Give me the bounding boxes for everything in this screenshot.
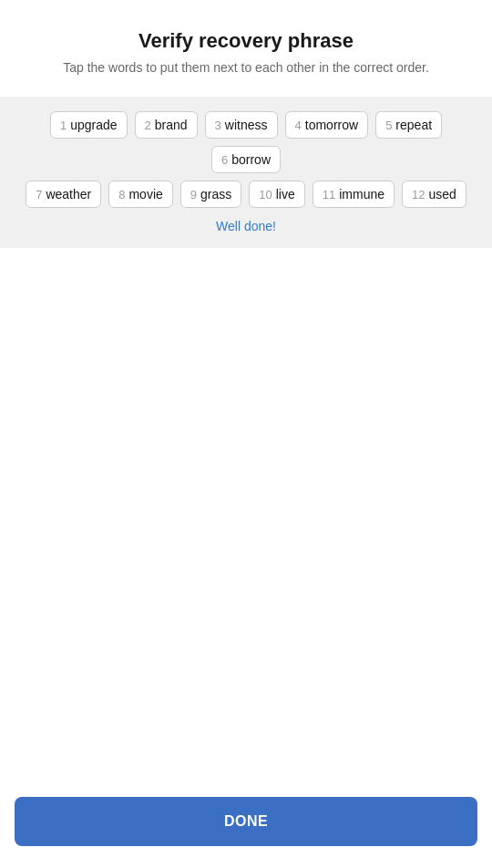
word-text: immune [339,187,384,202]
word-chip[interactable]: 7weather [26,181,101,208]
word-number: 6 [221,153,228,167]
word-chip[interactable]: 1upgrade [50,111,128,139]
page-container: Verify recovery phrase Tap the words to … [0,0,492,868]
title-section: Verify recovery phrase Tap the words to … [0,0,492,82]
word-number: 2 [145,119,151,132]
page-title: Verify recovery phrase [22,29,470,53]
well-done-text: Well done! [18,219,474,233]
word-chip[interactable]: 6borrow [211,146,281,173]
word-chip[interactable]: 8movie [108,181,173,208]
word-chip[interactable]: 9grass [180,181,241,208]
word-chip[interactable]: 10live [249,181,304,208]
word-text: borrow [231,152,271,167]
word-text: brand [155,118,188,132]
done-button[interactable]: DONE [15,797,477,846]
word-number: 5 [385,119,392,132]
word-number: 3 [215,119,221,132]
word-number: 10 [259,188,272,202]
word-text: live [276,187,295,202]
page-subtitle: Tap the words to put them next to each o… [22,60,470,75]
word-text: used [428,187,456,202]
word-chip[interactable]: 3witness [205,111,278,139]
word-text: grass [200,187,231,202]
bottom-button-area: DONE [0,786,492,868]
word-chip[interactable]: 4tomorrow [285,111,369,139]
word-text: tomorrow [305,118,358,132]
word-chip[interactable]: 11immune [313,181,395,208]
word-chip[interactable]: 2brand [135,111,198,139]
word-chip[interactable]: 12used [402,181,466,208]
word-text: movie [128,187,162,202]
word-number: 7 [36,188,42,202]
word-number: 11 [323,188,335,202]
word-number: 12 [412,188,425,202]
word-chip[interactable]: 5repeat [375,111,442,139]
word-text: upgrade [70,118,117,132]
word-number: 9 [190,188,197,202]
word-number: 4 [295,119,302,132]
words-row-2: 7weather8movie9grass10live11immune12used [18,181,474,208]
word-text: weather [46,187,91,202]
words-row-1: 1upgrade2brand3witness4tomorrow5repeat6b… [18,111,474,173]
word-number: 1 [60,119,67,132]
word-number: 8 [118,188,125,202]
word-text: witness [225,118,268,132]
words-container: 1upgrade2brand3witness4tomorrow5repeat6b… [0,97,492,248]
word-text: repeat [395,118,432,132]
